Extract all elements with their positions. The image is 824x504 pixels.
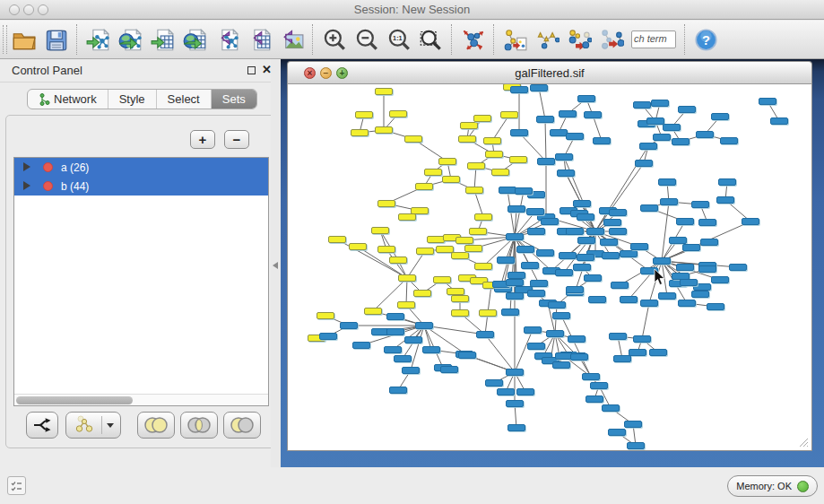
graph-node[interactable] bbox=[509, 156, 527, 163]
graph-node[interactable] bbox=[404, 336, 422, 343]
graph-node[interactable] bbox=[609, 209, 627, 216]
intersect-sets-button[interactable] bbox=[180, 412, 218, 439]
graph-node[interactable] bbox=[524, 326, 542, 334]
new-network-from-selection-button[interactable] bbox=[499, 24, 531, 55]
graph-node[interactable] bbox=[609, 228, 627, 235]
graph-node[interactable] bbox=[720, 137, 738, 144]
graph-node[interactable] bbox=[639, 143, 657, 150]
graph-node[interactable] bbox=[451, 309, 469, 317]
graph-node[interactable] bbox=[653, 257, 671, 265]
graph-node[interactable] bbox=[398, 274, 416, 282]
graph-node[interactable] bbox=[633, 335, 651, 343]
graph-node[interactable] bbox=[340, 322, 358, 329]
graph-node[interactable] bbox=[611, 282, 629, 289]
graph-node[interactable] bbox=[640, 204, 658, 212]
new-network-selected-nodes-button[interactable] bbox=[563, 24, 595, 55]
graph-node[interactable] bbox=[698, 265, 716, 273]
graph-node[interactable] bbox=[559, 252, 577, 259]
graph-node[interactable] bbox=[678, 300, 696, 307]
graph-node[interactable] bbox=[530, 280, 548, 287]
graph-node[interactable] bbox=[663, 124, 681, 131]
graph-node[interactable] bbox=[672, 138, 690, 145]
graph-node[interactable] bbox=[602, 252, 620, 259]
graph-node[interactable] bbox=[349, 243, 367, 250]
graph-node[interactable] bbox=[718, 178, 736, 186]
graph-node[interactable] bbox=[570, 353, 588, 361]
create-set-from-network-button[interactable] bbox=[65, 412, 121, 439]
graph-node[interactable] bbox=[550, 129, 568, 136]
graph-node[interactable] bbox=[485, 151, 503, 158]
graph-node[interactable] bbox=[620, 250, 638, 257]
graph-node[interactable] bbox=[527, 290, 545, 297]
set-row-a[interactable]: a (26) bbox=[14, 158, 268, 177]
collapse-left-icon[interactable] bbox=[273, 262, 278, 269]
graph-node[interactable] bbox=[455, 237, 473, 244]
graph-node[interactable] bbox=[386, 313, 404, 320]
graph-node[interactable] bbox=[613, 355, 631, 362]
graph-node[interactable] bbox=[473, 115, 491, 122]
graph-node[interactable] bbox=[566, 228, 584, 235]
graph-node[interactable] bbox=[620, 296, 638, 303]
graph-node[interactable] bbox=[729, 264, 747, 271]
graph-node[interactable] bbox=[676, 264, 694, 271]
network-frame[interactable]: × − + galFiltered.sif bbox=[287, 61, 812, 451]
graph-node[interactable] bbox=[377, 200, 395, 207]
graph-node[interactable] bbox=[352, 342, 370, 349]
import-table-file-button[interactable] bbox=[146, 24, 178, 55]
graph-node[interactable] bbox=[458, 135, 476, 143]
graph-node[interactable] bbox=[680, 279, 698, 286]
graph-node[interactable] bbox=[458, 352, 476, 359]
graph-node[interactable] bbox=[527, 228, 545, 235]
graph-node[interactable] bbox=[711, 113, 729, 120]
graph-node[interactable] bbox=[658, 292, 676, 300]
zoom-fit-selected-button[interactable] bbox=[414, 24, 447, 55]
graph-node[interactable] bbox=[555, 269, 573, 276]
graph-node[interactable] bbox=[603, 219, 621, 226]
tab-sets[interactable]: Sets bbox=[212, 90, 256, 109]
graph-node[interactable] bbox=[696, 131, 714, 138]
sets-list[interactable]: a (26) b (44) bbox=[13, 157, 269, 406]
import-network-url-button[interactable] bbox=[114, 24, 146, 55]
graph-node[interactable] bbox=[377, 246, 395, 253]
graph-node[interactable] bbox=[500, 111, 518, 118]
graph-node[interactable] bbox=[351, 129, 369, 136]
graph-node[interactable] bbox=[497, 388, 515, 395]
graph-node[interactable] bbox=[566, 286, 584, 293]
import-network-file-button[interactable] bbox=[82, 24, 114, 55]
graph-node[interactable] bbox=[530, 84, 548, 91]
graph-node[interactable] bbox=[507, 424, 525, 431]
graph-node[interactable] bbox=[546, 330, 564, 337]
add-set-button[interactable]: + bbox=[190, 130, 215, 149]
graph-node[interactable] bbox=[584, 111, 602, 118]
graph-node[interactable] bbox=[593, 137, 611, 144]
graph-node[interactable] bbox=[527, 343, 545, 350]
graph-node[interactable] bbox=[389, 387, 407, 394]
graph-node[interactable] bbox=[507, 272, 525, 279]
graph-node[interactable] bbox=[759, 98, 776, 105]
search-input[interactable]: ch term bbox=[631, 30, 676, 48]
chevron-down-icon[interactable] bbox=[107, 423, 114, 428]
graph-node[interactable] bbox=[451, 295, 469, 302]
zoom-actual-button[interactable]: 1:1 bbox=[382, 24, 414, 55]
export-image-button[interactable] bbox=[275, 24, 308, 55]
graph-node[interactable] bbox=[691, 291, 709, 298]
graph-node[interactable] bbox=[573, 200, 591, 207]
graph-node[interactable] bbox=[635, 160, 653, 167]
graph-node[interactable] bbox=[577, 237, 595, 244]
difference-sets-button[interactable] bbox=[223, 412, 261, 439]
graph-node[interactable] bbox=[590, 382, 608, 389]
graph-node[interactable] bbox=[658, 178, 676, 186]
graph-node[interactable] bbox=[375, 126, 393, 134]
graph-node[interactable] bbox=[566, 133, 584, 140]
graph-node[interactable] bbox=[577, 95, 595, 102]
graph-node[interactable] bbox=[577, 213, 594, 221]
graph-node[interactable] bbox=[537, 158, 555, 165]
graph-node[interactable] bbox=[415, 322, 433, 329]
graph-node[interactable] bbox=[442, 176, 460, 183]
graph-node[interactable] bbox=[371, 227, 389, 234]
graph-node[interactable] bbox=[460, 122, 478, 129]
graph-node[interactable] bbox=[364, 308, 382, 315]
graph-node[interactable] bbox=[646, 117, 664, 125]
graph-node[interactable] bbox=[415, 183, 433, 190]
graph-node[interactable] bbox=[649, 349, 667, 356]
